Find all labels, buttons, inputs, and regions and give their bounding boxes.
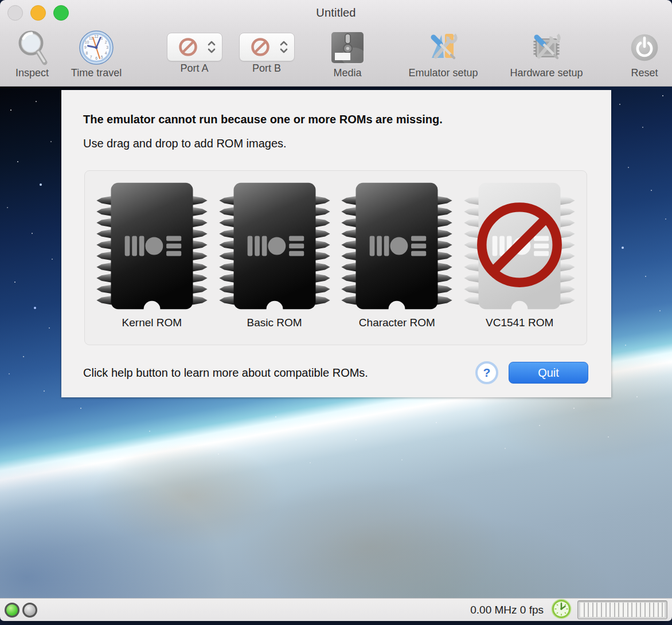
- svg-text:2: 2: [105, 40, 107, 44]
- rom-chip-icon: [338, 181, 456, 311]
- traffic-lights: [7, 5, 69, 21]
- window-chrome: Untitled Inspect: [0, 0, 672, 87]
- rom-chip-icon: [216, 181, 334, 311]
- drive-led: [22, 603, 37, 618]
- toolbar-label: Inspect: [15, 67, 49, 79]
- svg-text:8: 8: [86, 51, 88, 55]
- svg-text:12: 12: [94, 34, 99, 38]
- toolbar-label: Port A: [180, 62, 208, 75]
- magnifier-icon: [15, 29, 49, 66]
- screwdriver-wrench-icon: [426, 29, 460, 66]
- stars-backdrop: [10, 110, 11, 111]
- rom-chip-missing-icon: [460, 181, 579, 311]
- quit-button[interactable]: Quit: [509, 362, 588, 384]
- stepper-chevrons-icon: [279, 40, 289, 54]
- rom-dropzone[interactable]: Kernel ROM Basic ROM Character ROM VC154…: [84, 170, 587, 345]
- stepper-chevrons-icon: [206, 40, 217, 54]
- power-led: [5, 603, 19, 618]
- rom-label: Kernel ROM: [122, 317, 182, 329]
- svg-text:10: 10: [85, 40, 89, 44]
- rom-slot-kernel[interactable]: Kernel ROM: [91, 181, 213, 329]
- power-icon: [628, 29, 661, 66]
- svg-text:4: 4: [105, 51, 107, 55]
- port-a-popup-button[interactable]: [167, 33, 222, 61]
- toolbar-item-time-travel[interactable]: 1212 345 678 91011 Time travel: [62, 29, 131, 84]
- toolbar-item-reset[interactable]: Reset: [619, 29, 670, 84]
- toolbar-label: Media: [333, 67, 361, 79]
- toolbar-item-port-b: Port B: [232, 29, 301, 84]
- zoom-button[interactable]: [53, 5, 69, 21]
- svg-text:9: 9: [84, 45, 87, 49]
- toolbar-item-hardware-setup[interactable]: Hardware setup: [498, 29, 595, 84]
- close-button[interactable]: [7, 5, 23, 21]
- help-button[interactable]: ?: [475, 361, 498, 384]
- prohibited-icon: [178, 37, 198, 57]
- speed-readout: 0.00 MHz 0 fps: [470, 604, 544, 616]
- activity-meter: [577, 600, 667, 619]
- clock-icon: 1212 345 678 91011: [79, 29, 114, 66]
- rom-label: VC1541 ROM: [486, 317, 553, 329]
- toolbar: Inspect 1212 345 678 91011: [0, 26, 672, 86]
- dialog-subheading: Use drag and drop to add ROM images.: [83, 137, 287, 150]
- activity-meter-segments: [580, 603, 665, 617]
- svg-text:5: 5: [101, 55, 103, 59]
- window-title: Untitled: [316, 6, 355, 19]
- screwdriver-wrench-chip-icon: [529, 29, 564, 66]
- toolbar-item-port-a: Port A: [160, 29, 229, 84]
- toolbar-label: Port B: [252, 62, 281, 75]
- prohibited-icon: [250, 37, 271, 57]
- rom-missing-dialog: The emulator cannot run because one or m…: [61, 90, 611, 397]
- dialog-footer: Click help button to learn more about co…: [83, 361, 588, 385]
- toolbar-item-media[interactable]: Media: [319, 29, 376, 84]
- rom-chip-icon: [93, 181, 211, 311]
- help-text: Click help button to learn more about co…: [83, 366, 475, 380]
- rom-slot-basic[interactable]: Basic ROM: [213, 181, 336, 329]
- toolbar-item-emulator-setup[interactable]: Emulator setup: [394, 29, 492, 84]
- toolbar-label: Emulator setup: [408, 67, 478, 79]
- minimize-button[interactable]: [30, 5, 46, 21]
- svg-text:3: 3: [106, 45, 108, 49]
- title-bar[interactable]: Untitled: [0, 0, 672, 26]
- toolbar-label: Hardware setup: [510, 67, 583, 79]
- svg-text:7: 7: [90, 55, 92, 59]
- status-bar: 0.00 MHz 0 fps: [0, 598, 672, 621]
- toolbar-label: Reset: [631, 67, 658, 79]
- rom-label: Character ROM: [359, 317, 435, 329]
- rom-slot-vc1541[interactable]: VC1541 ROM: [458, 181, 581, 329]
- emulator-screen: The emulator cannot run because one or m…: [0, 87, 672, 598]
- toolbar-label: Time travel: [71, 67, 122, 79]
- dialog-heading: The emulator cannot run because one or m…: [83, 113, 443, 126]
- port-b-popup-button[interactable]: [239, 33, 295, 61]
- floppy-disk-icon: [331, 29, 364, 66]
- svg-text:6: 6: [95, 56, 97, 60]
- rom-slot-character[interactable]: Character ROM: [336, 181, 459, 329]
- speed-clock-icon: [551, 599, 572, 622]
- rom-label: Basic ROM: [247, 317, 302, 329]
- svg-text:11: 11: [89, 36, 93, 40]
- app-window: Untitled Inspect: [0, 0, 672, 621]
- toolbar-item-inspect[interactable]: Inspect: [6, 29, 58, 84]
